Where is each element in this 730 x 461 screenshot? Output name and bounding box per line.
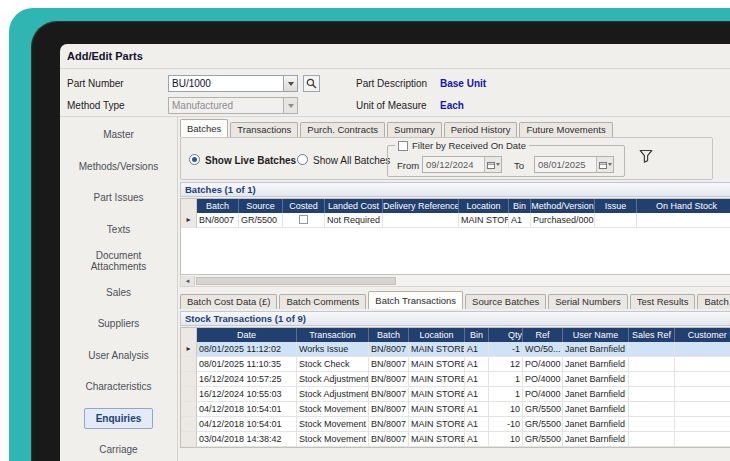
part-number-value[interactable]: BU/1000 [169,76,283,91]
tab-period-history[interactable]: Period History [444,122,518,137]
row-selector-cell[interactable] [181,432,197,447]
table-row[interactable]: ▸BN/8007GR/5500Not RequiredMAIN STORESA1… [181,213,730,228]
table-cell [629,432,675,447]
sidebar-item-texts[interactable]: Texts [60,214,177,246]
table-row[interactable]: 16/12/2024 10:55:03Stock AdjustmentBN/80… [181,387,730,402]
table-cell: MAIN STORES [409,342,465,357]
column-header-date[interactable]: Date [197,328,297,342]
table-cell: 04/12/2018 10:54:01 [197,402,297,417]
tab-future-movements[interactable]: Future Movements [519,122,612,137]
filter-funnel-icon[interactable] [639,149,653,164]
show-all-batches-label[interactable]: Show All Batches [313,155,390,166]
table-row[interactable]: 08/01/2025 11:10:35Stock CheckBN/8007MAI… [181,357,730,372]
batches-horizontal-scrollbar[interactable]: ◄ [180,275,730,287]
column-header-bin[interactable]: Bin [509,199,531,213]
from-date-picker-button[interactable] [484,157,501,172]
scroll-left-button[interactable]: ◄ [181,276,195,286]
column-header-bin[interactable]: Bin [465,328,489,342]
filter-by-received-on-date-label[interactable]: Filter by Received On Date [412,140,526,151]
to-date-input[interactable]: 08/01/2025 [534,156,614,173]
column-header-method-version[interactable]: Method/Version [531,199,595,213]
to-date-picker-button[interactable] [596,157,613,172]
sidebar-item-user-analysis[interactable]: User Analysis [60,340,177,372]
column-header-qty[interactable]: Qty [489,328,523,342]
sidebar-item-characteristics[interactable]: Characteristics [60,371,177,403]
table-cell [675,372,730,387]
chevron-down-icon [288,82,294,86]
sidebar-item-document-attachments[interactable]: Document Attachments [60,245,177,277]
tab-batch-transactions[interactable]: Batch Transactions [368,291,463,309]
tab-summary[interactable]: Summary [387,122,442,137]
column-header-costed[interactable]: Costed [283,199,325,213]
tab-batch-attachments[interactable]: Batch Attachments [697,294,730,309]
tab-batch-cost-data[interactable]: Batch Cost Data (£) [180,294,277,309]
column-header-issue[interactable]: Issue [595,199,637,213]
table-cell: A1 [465,417,489,432]
show-live-batches-radio[interactable] [189,154,200,165]
row-selector-cell[interactable] [181,387,197,402]
table-cell: BN/8007 [369,342,409,357]
part-search-button[interactable] [303,75,320,92]
tab-test-results[interactable]: Test Results [630,294,696,309]
row-selector-cell[interactable] [181,372,197,387]
table-cell: A1 [465,402,489,417]
column-header-on-hand-stock[interactable]: On Hand Stock [637,199,730,213]
tab-serial-numbers[interactable]: Serial Numbers [548,294,627,309]
column-header-source[interactable]: Source [239,199,283,213]
costed-checkbox[interactable] [299,215,308,224]
sidebar-item-methods-versions[interactable]: Methods/Versions [60,151,177,183]
column-header-ref[interactable]: Ref [523,328,563,342]
sidebar-item-carriage[interactable]: Carriage [60,434,177,461]
column-header-batch[interactable]: Batch [369,328,409,342]
table-cell: GR/5500 [239,213,283,228]
tab-source-batches[interactable]: Source Batches [465,294,546,309]
row-selector-cell[interactable] [181,357,197,372]
scrollbar-thumb[interactable] [196,277,396,285]
column-header-sales-ref[interactable]: Sales Ref [629,328,675,342]
column-header-user-name[interactable]: User Name [563,328,629,342]
sidebar-item-label: Characteristics [85,381,151,392]
sidebar-item-suppliers[interactable]: Suppliers [60,308,177,340]
table-row[interactable]: ▸08/01/2025 11:12:02Works IssueBN/8007MA… [181,342,730,357]
sidebar-item-label: User Analysis [88,350,149,361]
column-header-landed-cost[interactable]: Landed Cost [325,199,383,213]
stock-transactions-grid: DateTransactionBatchLocationBinQtyRefUse… [180,327,730,448]
part-number-combo[interactable]: BU/1000 [168,75,298,92]
tab-purch-contracts[interactable]: Purch. Contracts [300,122,385,137]
tab-transactions[interactable]: Transactions [230,122,298,137]
tab-batches[interactable]: Batches [180,119,228,137]
method-type-dropdown-button [283,98,297,113]
column-header-customer-name[interactable]: Customer Name [675,328,730,342]
show-live-batches-label[interactable]: Show Live Batches [205,155,296,166]
column-header-transaction[interactable]: Transaction [297,328,369,342]
sidebar-item-part-issues[interactable]: Part Issues [60,182,177,214]
stock-transactions-group-header: Stock Transactions (1 of 9) [180,311,730,326]
from-date-input[interactable]: 09/12/2024 [422,156,502,173]
sidebar-item-master[interactable]: Master [60,119,177,151]
table-cell: MAIN STORES [409,432,465,447]
date-filter-legend: Filter by Received On Date [395,140,529,151]
to-date-value[interactable]: 08/01/2025 [535,157,596,172]
row-selector-cell[interactable]: ▸ [181,342,197,357]
filter-by-received-on-date-checkbox[interactable] [398,141,408,151]
tab-batch-comments[interactable]: Batch Comments [279,294,366,309]
table-row[interactable]: 16/12/2024 10:57:25Stock AdjustmentBN/80… [181,372,730,387]
from-date-value[interactable]: 09/12/2024 [423,157,484,172]
batches-group-header: Batches (1 of 1) [180,182,730,197]
table-cell [637,213,730,228]
column-header-batch[interactable]: Batch [197,199,239,213]
table-row[interactable]: 04/12/2018 10:54:01Stock MovementBN/8007… [181,402,730,417]
show-all-batches-radio[interactable] [297,154,308,165]
table-row[interactable]: 04/12/2018 10:54:01Stock MovementBN/8007… [181,417,730,432]
column-header-location[interactable]: Location [409,328,465,342]
table-row[interactable]: 03/04/2018 14:38:42Stock MovementBN/8007… [181,432,730,447]
row-selector-cell[interactable] [181,402,197,417]
row-selector-cell[interactable]: ▸ [181,213,197,228]
row-selector-cell[interactable] [181,417,197,432]
column-header-location[interactable]: Location [459,199,509,213]
sidebar-item-enquiries[interactable]: Enquiries [60,403,177,435]
part-description-label: Part Description [356,78,427,89]
column-header-delivery-reference[interactable]: Delivery Reference [383,199,459,213]
sidebar-item-sales[interactable]: Sales [60,277,177,309]
part-number-dropdown-button[interactable] [283,76,297,91]
